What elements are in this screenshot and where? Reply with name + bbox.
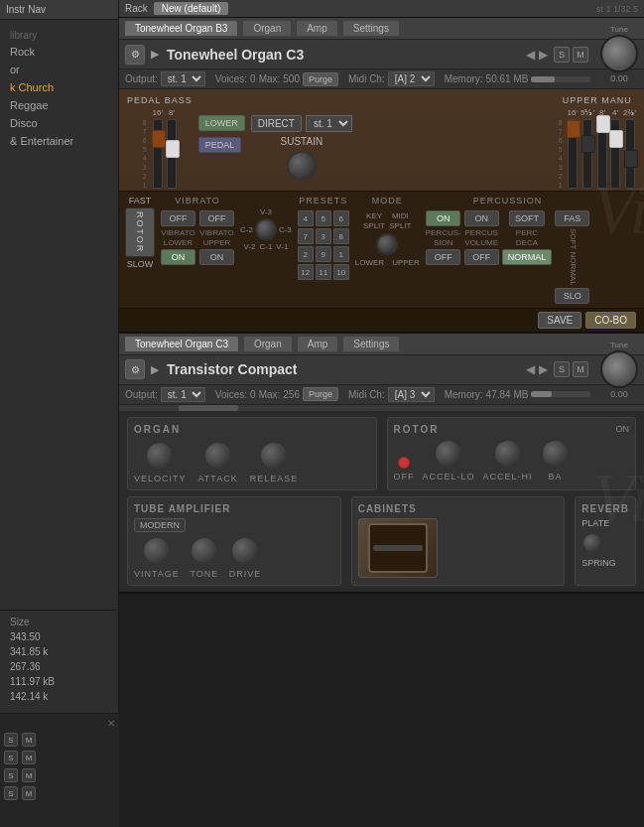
instr1-prev-icon[interactable]: ◀ [526,48,535,62]
instr2-tab-settings[interactable]: Settings [343,337,399,351]
instr2-expand-icon[interactable]: ▶ [151,363,159,376]
upper-drawbar-5-handle[interactable] [624,150,638,168]
instr1-purge-btn[interactable]: Purge [303,72,338,86]
instr1-midi-select[interactable]: [A] 2 [388,71,435,86]
vib-off-lower[interactable]: OFF [161,210,195,226]
upper-drawbar-2-handle[interactable] [581,135,595,153]
normal-btn[interactable]: NORMAL [502,249,553,265]
rack-tab-new[interactable]: New (default) [154,2,228,15]
preset-2[interactable]: 2 [298,246,314,262]
drawbar-8-handle[interactable] [166,140,180,158]
m-btn-1[interactable]: M [22,733,36,747]
instr1-expand-icon[interactable]: ▶ [151,48,159,61]
ba-knob[interactable] [541,439,571,469]
instr1-tune-knob[interactable] [600,35,638,72]
preset-7[interactable]: 7 [298,228,314,244]
slow-perc-btn[interactable]: SLO [555,288,589,304]
s-btn-3[interactable]: S [4,768,18,782]
soft-btn[interactable]: SOFT [509,210,545,226]
instr2-tune-knob[interactable] [600,350,638,388]
drawbar-8-track[interactable] [167,119,177,189]
instr2-prev-icon[interactable]: ◀ [526,362,535,376]
accel-lo-knob[interactable] [434,439,463,469]
instr2-m-btn[interactable]: M [573,361,588,377]
s-btn-2[interactable]: S [4,751,18,764]
instr2-icon-btn[interactable]: ⚙ [125,359,145,379]
instr1-tab-organ[interactable]: Organ [243,21,291,36]
instr2-midi-select[interactable]: [A] 3 [388,387,435,402]
vintage-knob[interactable] [142,536,172,566]
preset-9[interactable]: 9 [316,246,331,262]
sidebar-item-reggae[interactable]: Reggae [0,96,118,114]
preset-1[interactable]: 1 [333,246,349,262]
mode-knob[interactable] [376,233,398,255]
modern-btn[interactable]: MODERN [134,518,186,532]
sustain-knob[interactable] [287,151,317,181]
instr1-output-select[interactable]: st. 1 [161,71,205,86]
st1-select[interactable]: st. 1 [306,115,352,132]
tone-knob[interactable] [190,536,219,566]
upper-drawbar-4-handle[interactable] [609,130,623,148]
preset-3[interactable]: 3 [316,228,331,244]
lower-btn[interactable]: LOWER [198,115,245,131]
v-knob[interactable] [255,218,277,240]
velocity-knob[interactable] [145,441,175,471]
sidebar-item-or[interactable]: or [0,61,118,78]
preset-10[interactable]: 10 [333,264,349,280]
cobo-btn[interactable]: CO-BO [585,312,636,329]
save-btn[interactable]: SAVE [538,312,581,329]
sidebar-item-entertainer[interactable]: & Entertainer [0,132,118,150]
preset-11[interactable]: 11 [316,264,331,280]
instr1-arrows[interactable]: ◀ ▶ [526,48,548,62]
instr2-tab-c3[interactable]: Tonewheel Organ C3 [125,337,238,351]
instr2-tab-organ[interactable]: Organ [244,337,292,351]
preset-6[interactable]: 6 [333,210,349,226]
upper-drawbar-5-track[interactable] [625,119,635,189]
release-knob[interactable] [259,441,289,471]
upper-drawbar-3-handle[interactable] [596,115,610,133]
instr2-s-btn[interactable]: S [554,361,570,377]
instr2-arrows[interactable]: ◀ ▶ [526,362,548,376]
vib-off-upper[interactable]: OFF [199,210,234,226]
m-btn-2[interactable]: M [22,751,36,764]
instr2-purge-btn[interactable]: Purge [303,387,338,401]
sidebar-item-disco[interactable]: Disco [0,114,118,132]
upper-drawbar-4-track[interactable] [610,119,620,189]
preset-12[interactable]: 12 [298,264,314,280]
drive-knob[interactable] [230,536,260,566]
preset-5[interactable]: 5 [316,210,331,226]
vib-on-lower[interactable]: ON [161,249,195,265]
instr1-tab-b3[interactable]: Tonewheel Organ B3 [125,21,237,36]
direct-btn[interactable]: DIRECT [251,115,302,132]
m-btn-3[interactable]: M [22,768,36,782]
perc-vol-on[interactable]: ON [464,210,499,226]
accel-hi-knob[interactable] [493,439,523,469]
instr1-tab-amp[interactable]: Amp [297,21,337,36]
attack-knob[interactable] [203,441,233,471]
vib-on-upper[interactable]: ON [199,249,234,265]
perc-vol-off[interactable]: OFF [464,249,499,265]
instr2-output-select[interactable]: st. 1 [161,387,205,402]
m-btn-4[interactable]: M [22,786,36,800]
instr1-tab-settings[interactable]: Settings [343,21,399,36]
close-btn[interactable]: ✕ [0,714,119,731]
instr2-next-icon[interactable]: ▶ [539,362,548,376]
rotor-indicator[interactable] [398,457,410,469]
preset-4[interactable]: 4 [298,210,314,226]
upper-drawbar-2-track[interactable] [582,119,592,189]
instr1-s-btn[interactable]: S [554,47,570,63]
s-btn-4[interactable]: S [4,786,18,800]
instr2-tab-amp[interactable]: Amp [298,337,338,351]
perc-off-btn[interactable]: OFF [426,249,460,265]
perc-on-btn[interactable]: ON [426,210,460,226]
drawbar-16-track[interactable] [153,119,163,189]
cabinets-image[interactable] [358,518,438,578]
sidebar-item-church[interactable]: k Church [0,78,118,96]
instr1-m-btn[interactable]: M [573,47,588,63]
s-btn-1[interactable]: S [4,733,18,747]
sidebar-item-rock[interactable]: Rock [0,43,118,61]
instr1-icon-btn[interactable]: ⚙ [125,45,145,65]
upper-drawbar-1-track[interactable] [568,119,578,189]
pedal-btn[interactable]: PEDAL [198,137,242,153]
reverb-knob[interactable] [581,532,603,554]
